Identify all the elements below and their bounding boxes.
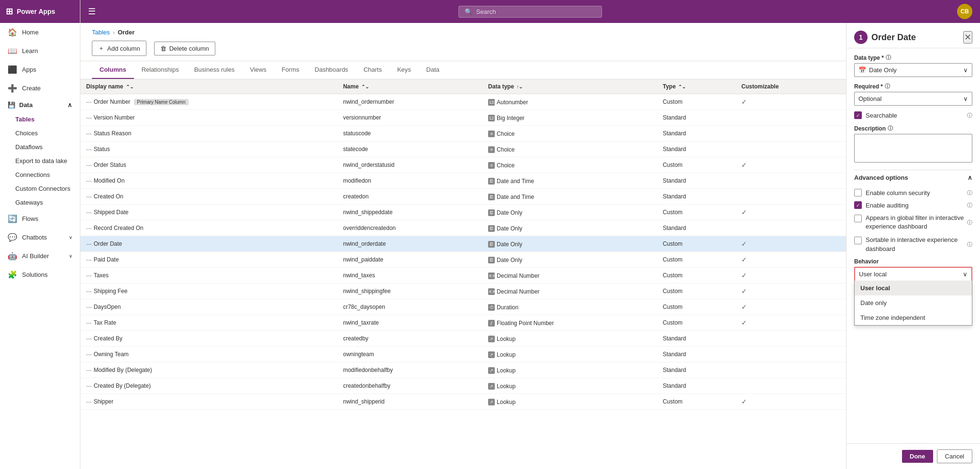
- tab-keys[interactable]: Keys: [390, 61, 419, 79]
- data-type-info-icon[interactable]: ⓘ: [886, 54, 891, 61]
- sidebar-item-flows[interactable]: 🔄 Flows: [0, 209, 80, 228]
- table-row[interactable]: ··· Tax Rate nwind_taxrate ƒ Floating Po…: [80, 315, 846, 331]
- sidebar-item-solutions[interactable]: 🧩 Solutions: [0, 265, 80, 284]
- tab-forms[interactable]: Forms: [274, 61, 307, 79]
- sortable-interactive-checkbox[interactable]: [854, 237, 862, 244]
- row-more-btn[interactable]: ···: [86, 335, 92, 342]
- tab-dashboards[interactable]: Dashboards: [307, 61, 356, 79]
- sidebar-item-home[interactable]: 🏠 Home: [0, 23, 80, 42]
- row-more-btn[interactable]: ···: [86, 130, 92, 137]
- searchable-checkbox[interactable]: [854, 111, 862, 119]
- table-row[interactable]: ··· Order Status nwind_orderstatusid ≡ C…: [80, 157, 846, 173]
- table-row[interactable]: ··· Shipped Date nwind_shippeddate 🗓 Dat…: [80, 205, 846, 220]
- sidebar-item-export[interactable]: Export to data lake: [0, 154, 80, 168]
- searchable-info-icon[interactable]: ⓘ: [967, 112, 972, 119]
- global-filter-checkbox[interactable]: [854, 215, 862, 222]
- breadcrumb-parent[interactable]: Tables: [92, 29, 110, 36]
- row-more-btn[interactable]: ···: [86, 145, 92, 153]
- table-row[interactable]: ··· Paid Date nwind_paiddate 🗓 Date Only…: [80, 252, 846, 268]
- behavior-option-timezone-independent[interactable]: Time zone independent: [855, 310, 972, 325]
- add-column-button[interactable]: ＋ Add column: [92, 41, 146, 56]
- menu-icon[interactable]: ☰: [88, 6, 96, 17]
- table-row[interactable]: ··· Shipping Fee nwind_shippingfee #.# D…: [80, 284, 846, 299]
- table-row[interactable]: ··· Created On createdon 🗓 Date and Time…: [80, 189, 846, 205]
- col-header-name[interactable]: Name ⌃⌄: [337, 79, 482, 94]
- table-row[interactable]: ··· Version Number versionnumber 12 Big …: [80, 110, 846, 126]
- row-more-btn[interactable]: ···: [86, 161, 92, 169]
- table-row[interactable]: ··· Status Reason statuscode ≡ Choice St…: [80, 126, 846, 142]
- table-row[interactable]: ··· Record Created On overriddencreatedo…: [80, 220, 846, 236]
- row-more-btn[interactable]: ···: [86, 398, 92, 405]
- required-info-icon[interactable]: ⓘ: [885, 83, 890, 90]
- table-row[interactable]: ··· Shipper nwind_shipperid ↗ Lookup Cus…: [80, 394, 846, 410]
- description-textarea[interactable]: [854, 134, 972, 163]
- panel-close-button[interactable]: ✕: [963, 31, 972, 44]
- sidebar-item-dataflows[interactable]: Dataflows: [0, 140, 80, 154]
- sortable-interactive-info-icon[interactable]: ⓘ: [967, 241, 972, 248]
- behavior-dropdown[interactable]: User local ∨ User local Date only Tim: [854, 267, 972, 282]
- table-row[interactable]: ··· Order Number Primary Name Column nwi…: [80, 94, 846, 110]
- table-row[interactable]: ··· Owning Team owningteam ↗ Lookup Stan…: [80, 347, 846, 362]
- row-more-btn[interactable]: ···: [86, 240, 92, 248]
- sidebar-item-custom-connectors[interactable]: Custom Connectors: [0, 182, 80, 196]
- sidebar-item-tables[interactable]: Tables: [0, 112, 80, 126]
- row-more-btn[interactable]: ···: [86, 193, 92, 200]
- user-avatar[interactable]: CB: [957, 4, 972, 19]
- row-more-btn[interactable]: ···: [86, 350, 92, 358]
- col-header-type[interactable]: Type ⌃⌄: [657, 79, 735, 94]
- behavior-option-date-only[interactable]: Date only: [855, 295, 972, 310]
- col-header-data-type[interactable]: Data type ↑⌄: [482, 79, 657, 94]
- column-security-info-icon[interactable]: ⓘ: [967, 189, 972, 196]
- behavior-option-user-local[interactable]: User local: [855, 281, 972, 295]
- row-more-btn[interactable]: ···: [86, 303, 92, 311]
- sidebar-item-ai-builder[interactable]: 🤖 AI Builder ∨: [0, 247, 80, 265]
- sidebar-item-apps[interactable]: ⬛ Apps: [0, 60, 80, 79]
- sidebar-data-section[interactable]: 💾 Data ∧: [0, 98, 80, 112]
- required-select[interactable]: Optional ∨: [854, 92, 972, 106]
- tab-relationships[interactable]: Relationships: [134, 61, 187, 79]
- cancel-button[interactable]: Cancel: [937, 449, 972, 463]
- row-more-btn[interactable]: ···: [86, 366, 92, 374]
- table-row[interactable]: ··· Modified On modifiedon 🗓 Date and Ti…: [80, 173, 846, 189]
- data-type-select[interactable]: 📅 Date Only ∨: [854, 63, 972, 77]
- col-header-display-name[interactable]: Display name ⌃⌄: [80, 79, 337, 94]
- row-more-btn[interactable]: ···: [86, 272, 92, 279]
- table-row[interactable]: ··· Order Date nwind_orderdate 🗓 Date On…: [80, 236, 846, 252]
- tab-charts[interactable]: Charts: [356, 61, 390, 79]
- search-bar[interactable]: 🔍 Search: [458, 6, 602, 18]
- enable-auditing-checkbox[interactable]: [854, 201, 862, 209]
- row-more-btn[interactable]: ···: [86, 382, 92, 390]
- table-row[interactable]: ··· Taxes nwind_taxes #.# Decimal Number…: [80, 268, 846, 284]
- table-row[interactable]: ··· Modified By (Delegate) modifiedonbeh…: [80, 362, 846, 378]
- delete-column-button[interactable]: 🗑 Delete column: [154, 42, 215, 55]
- row-more-btn[interactable]: ···: [86, 319, 92, 327]
- auditing-info-icon[interactable]: ⓘ: [967, 202, 972, 209]
- description-info-icon[interactable]: ⓘ: [888, 125, 893, 132]
- tab-views[interactable]: Views: [242, 61, 274, 79]
- done-button[interactable]: Done: [902, 450, 933, 463]
- sidebar-item-connections[interactable]: Connections: [0, 168, 80, 182]
- tab-columns[interactable]: Columns: [92, 61, 134, 79]
- row-more-btn[interactable]: ···: [86, 114, 92, 121]
- table-row[interactable]: ··· Status statecode ≡ Choice Standard: [80, 142, 846, 157]
- sidebar-item-create[interactable]: ➕ Create: [0, 79, 80, 98]
- table-row[interactable]: ··· Created By (Delegate) createdonbehal…: [80, 378, 846, 394]
- enable-column-security-checkbox[interactable]: [854, 189, 862, 196]
- global-filter-info-icon[interactable]: ⓘ: [967, 219, 972, 226]
- advanced-options-header[interactable]: Advanced options ∧: [854, 170, 972, 185]
- sidebar-item-chatbots[interactable]: 💬 Chatbots ∨: [0, 228, 80, 247]
- row-more-btn[interactable]: ···: [86, 177, 92, 185]
- table-row[interactable]: ··· Created By createdby ↗ Lookup Standa…: [80, 331, 846, 347]
- sidebar-item-choices[interactable]: Choices: [0, 126, 80, 140]
- table-row[interactable]: ··· DaysOpen cr78c_daysopen ⏱ Duration C…: [80, 299, 846, 315]
- tab-data[interactable]: Data: [419, 61, 447, 79]
- behavior-selected[interactable]: User local ∨: [855, 268, 971, 281]
- row-more-btn[interactable]: ···: [86, 256, 92, 263]
- row-more-btn[interactable]: ···: [86, 208, 92, 216]
- row-more-btn[interactable]: ···: [86, 224, 92, 232]
- sidebar-item-gateways[interactable]: Gateways: [0, 196, 80, 209]
- sidebar-item-learn[interactable]: 📖 Learn: [0, 42, 80, 60]
- row-more-btn[interactable]: ···: [86, 287, 92, 295]
- row-more-btn[interactable]: ···: [86, 98, 92, 106]
- tab-business-rules[interactable]: Business rules: [187, 61, 243, 79]
